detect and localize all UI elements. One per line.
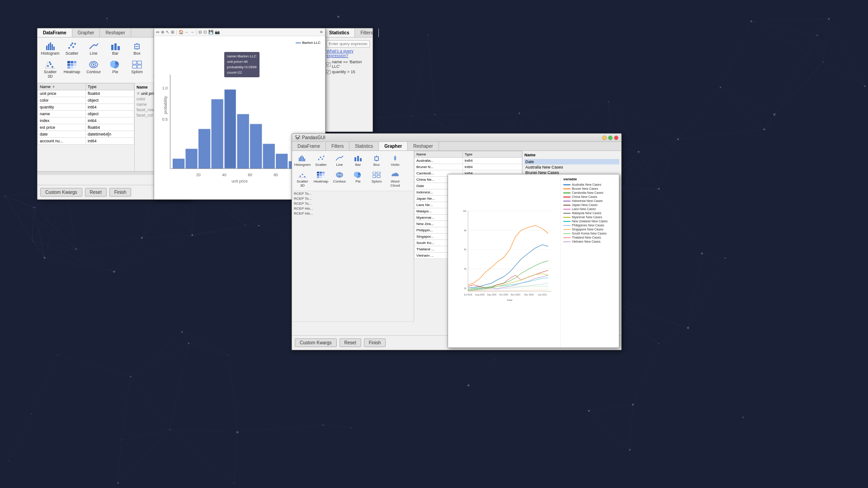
custom-kwargs-button[interactable]: Custom Kwargs <box>40 188 82 197</box>
b-tool-box[interactable]: Box <box>368 153 385 168</box>
tab-grapher-bottom[interactable]: Grapher <box>379 142 408 150</box>
tab-statistics[interactable]: Statistics <box>324 28 355 37</box>
rcep-item-1[interactable]: RCEP To... <box>292 191 414 196</box>
finish-button-left[interactable]: Finish <box>109 188 132 197</box>
maximize-button[interactable] <box>608 136 613 140</box>
legend-item: Cambodia New Cases <box>563 191 616 194</box>
svg-text:Aug 2020: Aug 2020 <box>475 294 485 296</box>
toolbar-icon-back[interactable]: ← <box>185 30 189 34</box>
pie-label: Pie <box>112 70 118 74</box>
toolbar-icon-lasso[interactable]: ⊞ <box>171 30 175 34</box>
svg-text:10k: 10k <box>463 210 467 212</box>
tab-dataframe[interactable]: DataFrame <box>38 28 72 37</box>
b-tool-scatter3d[interactable]: Scatter 3D <box>294 169 311 189</box>
b-tool-heatmap[interactable]: Heatmap <box>312 169 330 189</box>
legend-color <box>563 192 571 193</box>
b-tool-contour[interactable]: Contour <box>331 169 348 189</box>
tab-filters[interactable]: Filters <box>355 28 378 37</box>
table-row[interactable]: Brunei N...Int64 <box>415 164 522 170</box>
name-field-item[interactable]: Date <box>524 159 619 164</box>
bottom-col-type[interactable]: Type <box>462 151 522 158</box>
table-row[interactable]: nameobject <box>38 111 134 117</box>
toolbar-icon-zoom[interactable]: ⊕ <box>161 30 165 34</box>
legend-text: Myanmar New Cases <box>572 216 602 219</box>
toolbar-icon-zoomout[interactable]: ⊡ <box>203 30 207 34</box>
tool-box[interactable]: Box <box>127 40 147 57</box>
stats-window: Statistics Filters What's a query expres… <box>323 28 373 132</box>
tool-scatter3d[interactable]: Scatter 3D <box>40 59 60 80</box>
name-field-item[interactable]: Australia New Cases <box>524 164 619 170</box>
scatter3d-label: Scatter 3D <box>42 70 59 79</box>
legend-color <box>563 201 571 202</box>
tab-dataframe-bottom[interactable]: DataFrame <box>292 142 326 150</box>
tool-line[interactable]: Line <box>84 40 104 57</box>
close-button[interactable] <box>614 136 618 140</box>
tab-filters-bottom[interactable]: Filters <box>326 142 349 150</box>
rcep-item-4[interactable]: RCEP His... <box>292 206 414 211</box>
cell-type: object <box>86 97 134 104</box>
toolbar-icon-save[interactable]: 💾 <box>208 30 213 34</box>
bottom-col-name[interactable]: Name <box>415 151 463 158</box>
reset-button-left[interactable]: Reset <box>85 188 107 197</box>
table-row[interactable]: indexint64 <box>38 117 134 124</box>
table-row[interactable]: ext pricefloat64 <box>38 124 134 131</box>
tool-bar[interactable]: Bar <box>105 40 125 57</box>
tool-pie[interactable]: Pie <box>105 59 125 80</box>
tab-reshaper-bottom[interactable]: Reshaper <box>408 142 439 150</box>
svg-rect-82 <box>320 174 322 176</box>
legend-label: Barton LLC <box>302 41 321 45</box>
svg-text:Jul 2020: Jul 2020 <box>464 294 472 296</box>
toolbar-icon-camera[interactable]: 📷 <box>215 30 220 34</box>
b-tool-bar[interactable]: Bar <box>349 153 367 168</box>
legend-title: variable <box>563 177 616 181</box>
tab-statistics-bottom[interactable]: Statistics <box>349 142 379 150</box>
b-tool-violin[interactable]: Violin <box>387 153 404 168</box>
tool-contour[interactable]: Contour <box>84 59 104 80</box>
table-row[interactable]: colorobject <box>38 97 134 104</box>
legend-item: China New Cases <box>563 195 616 198</box>
rcep-item-3[interactable]: RCEP To... <box>292 201 414 206</box>
b-tool-wordcloud[interactable]: Word Cloud <box>387 169 404 189</box>
legend-text: Brunei New Cases <box>572 187 598 190</box>
tab-grapher[interactable]: Grapher <box>72 28 100 37</box>
b-tool-line[interactable]: Line <box>331 153 348 168</box>
tool-heatmap[interactable]: Heatmap <box>62 59 82 80</box>
minimize-button[interactable] <box>602 136 607 140</box>
table-row[interactable]: datedatetime64[n <box>38 131 134 138</box>
table-row[interactable]: account nu...int64 <box>38 138 134 145</box>
table-row[interactable]: quantityint64 <box>38 104 134 111</box>
finish-button-bottom[interactable]: Finish <box>364 338 386 347</box>
b-splom-label: Splom <box>372 179 382 183</box>
tool-scatter[interactable]: Scatter <box>62 40 82 57</box>
b-tool-pie[interactable]: Pie <box>349 169 367 189</box>
toolbar-icon-select[interactable]: ↖ <box>166 30 170 34</box>
rcep-item-5[interactable]: RCEP His... <box>292 211 414 216</box>
query-link[interactable]: What's a query expression? <box>326 49 370 58</box>
legend-item: Thailand New Cases <box>563 236 616 239</box>
legend-text: Thailand New Cases <box>572 236 601 239</box>
b-tool-scatter[interactable]: Scatter <box>312 153 330 168</box>
table-row[interactable]: Australia...Int64 <box>415 158 522 164</box>
rcep-item-2[interactable]: RCEP To... <box>292 196 414 201</box>
col-type-header[interactable]: Type <box>86 84 134 90</box>
b-tool-histogram[interactable]: Histogram <box>294 153 311 168</box>
b-tool-splom[interactable]: Splom <box>368 169 385 189</box>
b-splom-icon <box>372 171 381 179</box>
toolbar-icon-pan[interactable]: ⇔ <box>156 30 160 34</box>
tool-histogram[interactable]: Histogram <box>40 40 60 57</box>
svg-rect-85 <box>320 176 322 178</box>
col-name-header[interactable]: Name ▼ <box>38 84 86 90</box>
toolbar-icon-home[interactable]: 🏠 <box>179 30 184 34</box>
toolbar-icon-zoomin[interactable]: ⊟ <box>198 30 202 34</box>
tab-reshaper[interactable]: Reshaper <box>100 28 131 37</box>
filter-checkbox-1[interactable]: ✓ <box>326 62 330 66</box>
toolbar-close[interactable]: ✕ <box>320 30 323 34</box>
toolbar-icon-forward[interactable]: → <box>190 30 194 34</box>
reset-button-bottom[interactable]: Reset <box>340 338 361 347</box>
custom-kwargs-button-bottom[interactable]: Custom Kwargs <box>295 338 337 347</box>
query-input[interactable] <box>326 40 370 47</box>
filter-checkbox-2[interactable]: ✓ <box>326 70 330 74</box>
scatter3d-icon <box>45 60 56 69</box>
table-row[interactable]: unit pricefloat64 <box>38 90 134 97</box>
tool-splom[interactable]: Splom <box>127 59 147 80</box>
